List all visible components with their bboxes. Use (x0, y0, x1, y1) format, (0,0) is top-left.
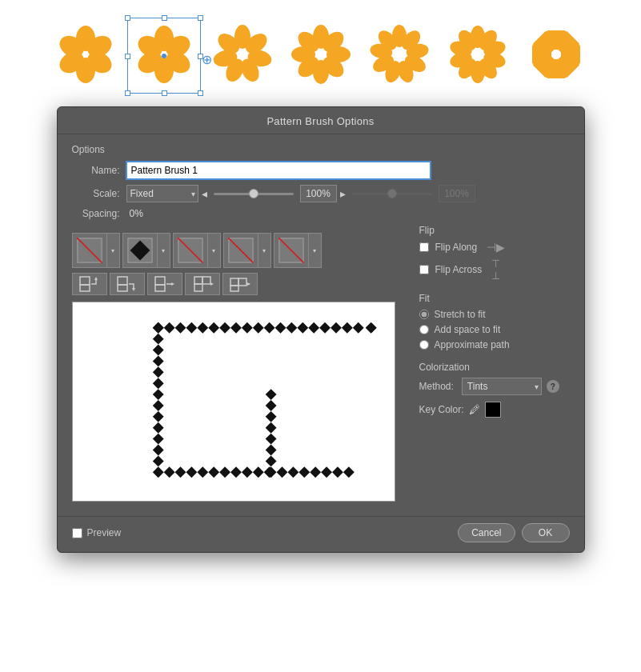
color-swatch[interactable] (485, 402, 501, 418)
right-panel: Flip Flip Along ⊣▶ Flip Across ⊤⊥ (408, 225, 571, 502)
flower-1[interactable] (54, 22, 118, 89)
flower-5[interactable] (367, 22, 431, 89)
svg-rect-64 (80, 277, 90, 285)
svg-rect-71 (155, 285, 165, 291)
svg-marker-96 (308, 322, 319, 334)
scale-percent2-input (439, 185, 475, 202)
tile-box-1 (72, 233, 107, 268)
flower-6[interactable] (446, 22, 510, 89)
dialog-body: Options Name: Scale: Fixed Proportional (58, 134, 584, 513)
tile-box-4 (223, 233, 258, 268)
dialog-overlay: Pattern Brush Options Options Name: Scal… (0, 106, 641, 569)
tile-5-dropdown[interactable]: ▾ (309, 233, 322, 268)
tile-btn-5[interactable]: ▾ (274, 233, 322, 268)
arrow-btn-1[interactable] (72, 273, 107, 295)
dialog-footer: Preview Cancel OK (58, 516, 584, 552)
arrow-btn-3[interactable] (147, 273, 182, 295)
tints-select[interactable]: Tints None Tints and Shades Hue Shift (462, 378, 542, 395)
cancel-button[interactable]: Cancel (458, 523, 515, 542)
scale-slider[interactable] (214, 193, 294, 195)
svg-marker-87 (208, 322, 219, 334)
flower-2-selected[interactable]: ⊕ (132, 22, 196, 89)
svg-marker-86 (197, 322, 208, 334)
svg-marker-105 (152, 366, 163, 378)
scale-label: Scale: (72, 188, 120, 199)
svg-marker-127 (265, 411, 276, 422)
main-content: ▾ ▾ (72, 225, 570, 502)
options-section-label: Options (72, 144, 570, 155)
pattern-brush-dialog: Pattern Brush Options Options Name: Scal… (57, 106, 585, 553)
fit-add-space-radio[interactable] (419, 325, 429, 334)
flip-along-checkbox[interactable] (419, 242, 429, 252)
svg-marker-110 (152, 422, 163, 434)
svg-rect-68 (118, 285, 127, 291)
svg-rect-70 (155, 277, 165, 285)
svg-marker-93 (274, 322, 286, 334)
svg-marker-84 (174, 322, 186, 334)
svg-marker-131 (265, 455, 276, 466)
svg-marker-85 (186, 322, 197, 334)
flower-3[interactable] (210, 22, 274, 89)
name-input[interactable] (126, 162, 431, 179)
svg-marker-121 (230, 466, 242, 478)
tile-1-dropdown[interactable]: ▾ (107, 233, 120, 268)
dialog-title: Pattern Brush Options (58, 107, 584, 134)
svg-marker-95 (297, 322, 308, 334)
tile-box-3 (173, 233, 208, 268)
flip-along-row: Flip Along ⊣▶ (419, 241, 559, 254)
svg-marker-119 (208, 466, 219, 478)
preview-canvas (73, 302, 395, 501)
arrow-btn-2[interactable] (110, 273, 145, 295)
svg-marker-115 (163, 466, 174, 478)
method-row: Method: Tints None Tints and Shades Hue … (419, 378, 559, 395)
fit-add-space-row: Add space to fit (419, 324, 559, 335)
flower-4[interactable] (289, 22, 353, 89)
tile-2-dropdown[interactable]: ▾ (158, 233, 170, 268)
svg-marker-66 (94, 277, 98, 280)
arrow-btn-5[interactable] (222, 273, 258, 295)
name-row: Name: (72, 162, 570, 179)
preview-label: Preview (87, 527, 122, 538)
arrow-btn-4[interactable] (185, 273, 220, 295)
flower-banner: ⊕ (0, 0, 641, 106)
svg-marker-104 (152, 355, 163, 366)
fit-approximate-radio[interactable] (419, 340, 429, 350)
scale-percent-input[interactable] (300, 185, 337, 202)
flip-across-checkbox[interactable] (419, 265, 429, 274)
spacing-label: Spacing: (72, 208, 120, 219)
scale-select[interactable]: Fixed Proportional (126, 185, 198, 202)
fit-stretch-radio[interactable] (419, 310, 429, 319)
svg-marker-120 (219, 466, 230, 478)
svg-marker-103 (152, 345, 163, 356)
eyedropper-icon[interactable]: 🖉 (469, 403, 480, 416)
fit-approximate-row: Approximate path (419, 339, 559, 350)
tile-btn-1[interactable]: ▾ (72, 233, 120, 268)
svg-marker-139 (343, 466, 354, 478)
tile-btn-2[interactable]: ▾ (122, 233, 170, 268)
tile-3-dropdown[interactable]: ▾ (208, 233, 221, 268)
svg-marker-137 (321, 466, 332, 478)
footer-buttons: Cancel OK (458, 523, 569, 542)
tile-btn-3[interactable]: ▾ (173, 233, 221, 268)
tile-box-2 (122, 233, 158, 268)
svg-marker-113 (152, 455, 163, 466)
preview-checkbox[interactable] (72, 528, 82, 538)
flip-along-label: Flip Along (435, 242, 478, 253)
svg-marker-117 (186, 466, 197, 478)
svg-rect-75 (194, 284, 202, 291)
scale-controls: Fixed Proportional ◂ ▸ (126, 185, 475, 202)
svg-rect-73 (194, 277, 202, 284)
svg-marker-132 (265, 466, 276, 478)
scale-row: Scale: Fixed Proportional ◂ ▸ (72, 185, 570, 202)
flip-across-label: Flip Across (435, 264, 483, 275)
info-icon[interactable]: ? (547, 380, 559, 393)
ok-button[interactable]: OK (522, 523, 570, 542)
tile-btn-4[interactable]: ▾ (223, 233, 271, 268)
svg-marker-90 (241, 322, 252, 334)
tile-4-dropdown[interactable]: ▾ (258, 233, 271, 268)
svg-marker-98 (331, 322, 342, 334)
svg-marker-112 (152, 445, 163, 456)
flower-7[interactable] (524, 22, 588, 89)
spacing-value: 0% (130, 208, 143, 219)
flip-across-icon: ⊤⊥ (491, 258, 500, 282)
